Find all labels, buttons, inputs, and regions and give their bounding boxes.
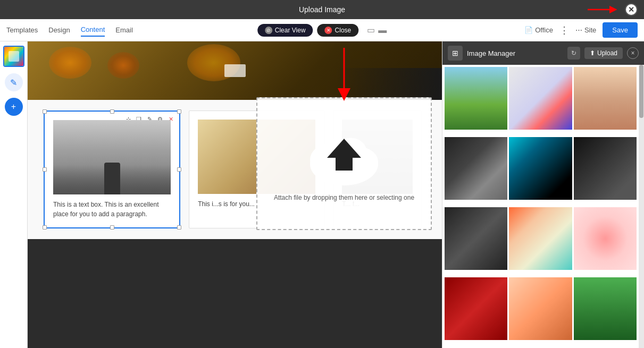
image-thumb-mountain[interactable]	[445, 67, 507, 130]
office-button[interactable]: 📄 Office	[524, 26, 553, 34]
scrollbar[interactable]	[639, 65, 644, 348]
resize-handle-tr[interactable]	[177, 109, 181, 114]
nav-center-actions: ⊘ Clear View ✕ Close ▭ ▬	[257, 24, 387, 37]
dots-site-icon: ⋯	[575, 26, 582, 34]
clear-view-button[interactable]: ⊘ Clear View	[257, 24, 313, 37]
site-label: Site	[584, 26, 596, 34]
scroll-thumb[interactable]	[639, 65, 643, 118]
top-bar-title: Upload Image	[299, 5, 345, 14]
refresh-icon: ↻	[571, 49, 576, 57]
canvas-area: ⊹ ❑ ✎ ⚙ ✕ This is a text box. This is an…	[28, 41, 442, 348]
resize-handle-bl[interactable]	[43, 225, 47, 230]
image-manager-grid	[442, 65, 639, 348]
upload-cloud-icon	[302, 126, 387, 190]
image-thumb-person1[interactable]	[574, 67, 637, 130]
add-icon: +	[11, 102, 16, 112]
top-bar-close-button[interactable]: ✕	[625, 3, 638, 16]
image-thumb-person4[interactable]	[445, 207, 507, 270]
resize-handle-bm[interactable]	[110, 225, 114, 230]
close-label: Close	[335, 27, 352, 34]
image-thumb-colorful[interactable]	[509, 207, 572, 270]
image-thumb-balloons[interactable]	[509, 67, 572, 130]
image-thumb-person5[interactable]	[509, 277, 572, 340]
device-icons: ▭ ▬	[367, 25, 387, 35]
resize-handle-tl[interactable]	[43, 109, 47, 114]
sidebar-edit-button[interactable]: ✎	[5, 73, 23, 91]
im-panel-icon: ⊞	[452, 49, 458, 57]
tab-design[interactable]: Design	[48, 24, 70, 36]
header-banner	[28, 41, 442, 100]
im-close-icon: ×	[631, 49, 634, 57]
image-manager-header: ⊞ Image Manager ↻ ⬆ Upload ×	[442, 41, 644, 65]
red-arrow-indicator	[588, 2, 620, 19]
save-button[interactable]: Save	[603, 22, 638, 38]
tab-content[interactable]: Content	[81, 23, 105, 37]
image-manager-close-button[interactable]: ×	[627, 47, 639, 59]
image-thumb-mic[interactable]	[445, 277, 507, 340]
resize-handle-mr[interactable]	[177, 167, 181, 172]
close-button[interactable]: ✕ Close	[317, 24, 359, 37]
image-thumb-soccer[interactable]	[574, 277, 637, 340]
image-thumb-person2[interactable]	[509, 137, 572, 200]
more-options-icon[interactable]: ⋮	[559, 24, 569, 36]
card-text-1: This is a text box. This is an excellent…	[53, 200, 171, 219]
tab-email[interactable]: Email	[115, 24, 133, 36]
resize-handle-ml[interactable]	[43, 167, 47, 172]
image-manager-refresh-button[interactable]: ↻	[567, 47, 580, 60]
tab-templates[interactable]: Templates	[6, 24, 38, 36]
image-manager-icon: ⊞	[448, 46, 463, 61]
image-thumb-blurred[interactable]	[574, 207, 637, 270]
drop-arrow	[333, 48, 355, 103]
upload-overlay[interactable]: Attach file by dropping them here or sel…	[256, 97, 432, 230]
left-sidebar: ✎ +	[0, 41, 28, 348]
upload-icon: ⬆	[590, 49, 595, 57]
nav-bar: Templates Design Content Email ⊘ Clear V…	[0, 19, 644, 41]
image-thumb-makeup[interactable]	[445, 137, 507, 200]
sidebar-add-button[interactable]: +	[5, 98, 23, 116]
resize-handle-tm[interactable]	[110, 109, 114, 114]
close-btn-icon: ✕	[325, 27, 332, 34]
edit-icon: ✎	[10, 78, 17, 88]
upload-label: Upload	[597, 49, 617, 57]
sidebar-thumbnail[interactable]	[3, 46, 24, 67]
office-label: Office	[535, 26, 553, 34]
main-area: ✎ +	[0, 41, 644, 348]
upload-drop-text: Attach file by dropping them here or sel…	[269, 194, 420, 201]
card-image-1	[53, 120, 171, 194]
content-card-1[interactable]: ⊹ ❑ ✎ ⚙ ✕ This is a text box. This is an…	[44, 111, 180, 228]
nav-right-actions: 📄 Office ⋮ ⋯ Site Save	[524, 22, 638, 38]
site-button[interactable]: ⋯ Site	[575, 26, 596, 34]
image-manager-upload-button[interactable]: ⬆ Upload	[584, 47, 623, 59]
nav-tabs: Templates Design Content Email	[6, 23, 133, 37]
mobile-icon[interactable]: ▭	[367, 25, 375, 35]
close-x-icon: ✕	[628, 6, 634, 13]
top-bar: Upload Image ✕	[0, 0, 644, 19]
clear-view-icon: ⊘	[265, 27, 272, 34]
office-doc-icon: 📄	[524, 26, 533, 34]
desktop-icon[interactable]: ▬	[378, 26, 387, 35]
image-manager-title: Image Manager	[467, 49, 563, 57]
image-manager-panel: ⊞ Image Manager ↻ ⬆ Upload ×	[442, 41, 644, 348]
clear-view-label: Clear View	[275, 27, 306, 34]
image-thumb-person3[interactable]	[574, 137, 637, 200]
resize-handle-br[interactable]	[177, 225, 181, 230]
